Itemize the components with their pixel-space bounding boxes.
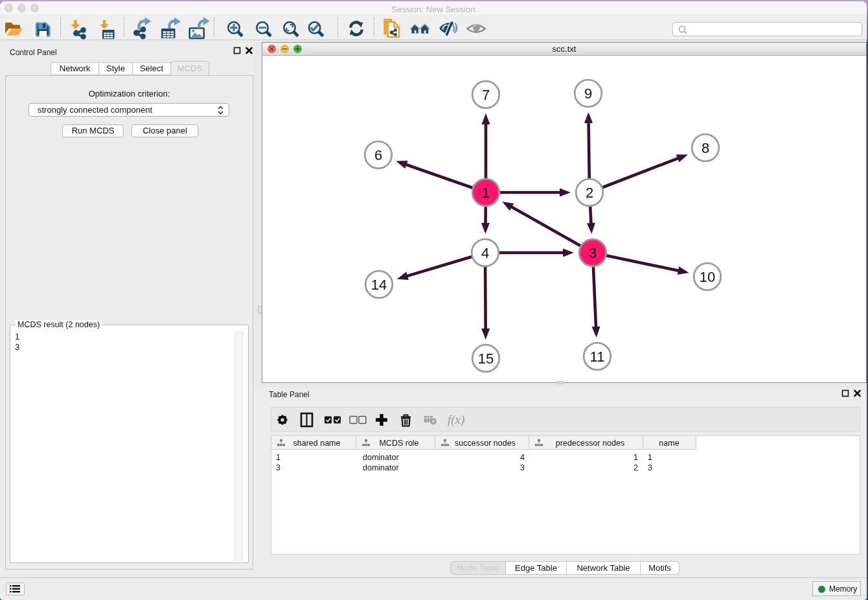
svg-text:10: 10 xyxy=(700,269,715,285)
svg-text:1: 1 xyxy=(648,453,652,462)
svg-text:successor nodes: successor nodes xyxy=(455,439,516,448)
svg-text:9: 9 xyxy=(584,86,592,102)
svg-text:15: 15 xyxy=(478,351,494,367)
svg-text:name: name xyxy=(659,439,679,448)
svg-text:8: 8 xyxy=(702,140,709,156)
svg-text:f(x): f(x) xyxy=(448,413,464,427)
svg-text:6: 6 xyxy=(374,147,382,163)
svg-text:predecessor nodes: predecessor nodes xyxy=(556,439,624,448)
svg-text:1: 1 xyxy=(482,185,490,201)
svg-text:dominator: dominator xyxy=(363,463,399,472)
svg-text:14: 14 xyxy=(371,277,387,293)
svg-text:MCDS role: MCDS role xyxy=(379,439,418,448)
svg-text:4: 4 xyxy=(481,245,489,261)
svg-text:1: 1 xyxy=(276,453,280,462)
svg-text:3: 3 xyxy=(589,245,597,261)
svg-text:dominator: dominator xyxy=(363,453,399,462)
svg-text:shared name: shared name xyxy=(293,439,341,448)
svg-text:1: 1 xyxy=(634,453,638,462)
svg-text:2: 2 xyxy=(634,463,638,472)
svg-text:7: 7 xyxy=(482,87,490,103)
svg-text:4: 4 xyxy=(520,453,525,462)
svg-text:3: 3 xyxy=(648,463,652,472)
svg-text:2: 2 xyxy=(586,185,593,201)
svg-text:3: 3 xyxy=(276,463,280,472)
svg-text:3: 3 xyxy=(520,463,525,472)
svg-text:11: 11 xyxy=(590,349,605,365)
